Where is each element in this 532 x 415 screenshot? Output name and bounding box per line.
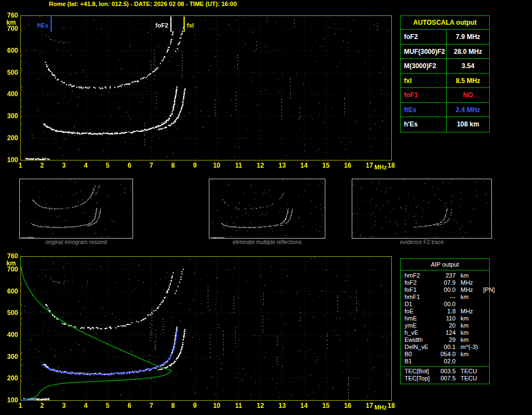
parameter-label: D1 [401, 301, 436, 308]
parameter-label: M(3000)F2 [401, 59, 447, 73]
parameter-unit: km [456, 336, 469, 344]
aip-row-yme: ymE20km [401, 322, 489, 329]
autoscala-row-muf3000f2: MUF(3000)F2 28.0 MHz [401, 45, 489, 59]
parameter-label: foF1 [401, 88, 447, 102]
autoscala-row-ftes: ftEs 2.4 MHz [401, 103, 489, 118]
parameter-label: foF2 [401, 279, 436, 286]
aip-row-fof2: foF207.9MHz [401, 279, 489, 286]
thumbnail-original-ionogram [19, 179, 133, 239]
parameter-label: fxl [401, 74, 447, 88]
parameter-unit: TECU [456, 368, 477, 375]
aip-row-tecbot: TEC[Bot]003.5TECU [401, 368, 489, 375]
top-ionogram-canvas [0, 8, 398, 178]
aip-row-tectop: TEC[Top]007.5TECU [401, 375, 489, 382]
parameter-value: 02.0 [436, 358, 456, 365]
thumbnail-evidence-f2 [352, 179, 492, 239]
aip-row-hme: hmE110km [401, 315, 489, 322]
thumbnail-caption: eliminate multiple reflections [209, 239, 325, 245]
parameter-value: 237 [436, 272, 456, 279]
parameter-unit [456, 301, 461, 308]
parameter-label: h'Es [401, 117, 447, 132]
parameter-label: B0 [401, 351, 436, 358]
parameter-value: 003.5 [436, 368, 456, 375]
parameter-unit: km [456, 294, 469, 301]
parameter-label: foF2 [401, 30, 447, 44]
parameter-unit: km [456, 329, 469, 336]
parameter-label: ymE [401, 322, 436, 329]
parameter-unit: km [456, 351, 469, 358]
parameter-label: TEC[Top] [401, 375, 436, 382]
parameter-value: --- [436, 294, 456, 301]
autoscala-row-fof1: foF1 NO [401, 88, 489, 103]
autoscala-output-panel: AUTOSCALA output foF2 7.9 MHz MUF(3000)F… [400, 15, 490, 132]
autoscala-row-hes: h'Es 108 km [401, 117, 489, 132]
parameter-value: 054.0 [436, 351, 456, 358]
parameter-label: MUF(3000)F2 [401, 45, 447, 59]
parameter-label: DelN_vE [401, 344, 436, 351]
parameter-label: hmE [401, 315, 436, 322]
autoscala-row-fxl: fxl 8.5 MHz [401, 74, 489, 88]
aip-row-d1: D100.0 [401, 301, 489, 308]
bottom-ionogram-canvas [0, 250, 398, 415]
parameter-unit: MHz [PN] [456, 286, 495, 294]
parameter-value: 00.1 [436, 344, 456, 351]
parameter-value: 007.5 [436, 375, 456, 382]
aip-output-panel: AIP output hmF2237km foF207.9MHz foF100.… [400, 258, 490, 384]
aip-row-ewidth: Ewidth29km [401, 336, 489, 344]
parameter-unit: km [456, 272, 469, 279]
parameter-label: foE [401, 308, 436, 315]
thumbnail-caption: original ionogram resized [19, 239, 133, 245]
parameter-unit [456, 358, 461, 365]
aip-row-hve: h_vE124km [401, 329, 489, 336]
parameter-value: 29 [436, 336, 456, 344]
aip-row-b0: B0054.0km [401, 351, 489, 358]
aip-row-hmf2: hmF2237km [401, 272, 489, 279]
parameter-unit: km [456, 322, 469, 329]
parameter-unit: MHz [456, 279, 473, 286]
parameter-label: h_vE [401, 329, 436, 336]
parameter-value: 124 [436, 329, 456, 336]
autoscala-window: Rome (lat: +41.8, lon: 012.5) - DATE: 20… [0, 0, 532, 415]
parameter-value: 20 [436, 322, 456, 329]
autoscala-row-fof2: foF2 7.9 MHz [401, 30, 489, 45]
parameter-value: 7.9 MHz [447, 30, 489, 44]
parameter-value: 00.0 [436, 301, 456, 308]
thumbnail-caption: evidence F2 trace [352, 239, 492, 245]
aip-row-b1: B102.0 [401, 358, 489, 365]
parameter-label: ftEs [401, 103, 447, 117]
parameter-unit: MHz [456, 308, 473, 315]
parameter-value: 108 km [447, 117, 489, 132]
parameter-value: NO [447, 88, 489, 102]
aip-row-hmf1: hmF1---km [401, 294, 489, 301]
aip-output-header: AIP output [401, 259, 489, 270]
aip-row-fof1: foF100.0MHz [PN] [401, 286, 489, 294]
aip-divider [401, 366, 489, 367]
aip-row-delnve: DelN_vE00.1m^(-3) [401, 344, 489, 351]
autoscala-output-header: AUTOSCALA output [401, 16, 489, 30]
station-date-title: Rome (lat: +41.8, lon: 012.5) - DATE: 20… [49, 1, 237, 7]
thumbnail-eliminate-reflections [209, 179, 325, 239]
parameter-label: Ewidth [401, 336, 436, 344]
parameter-value: 2.4 MHz [447, 103, 489, 117]
autoscala-row-m3000f2: M(3000)F2 3.54 [401, 59, 489, 74]
parameter-label: foF1 [401, 286, 436, 294]
parameter-label: hmF2 [401, 272, 436, 279]
parameter-value: 28.0 MHz [447, 45, 489, 59]
parameter-label: TEC[Bot] [401, 368, 436, 375]
aip-row-foe: foE1.8MHz [401, 308, 489, 315]
parameter-unit: m^(-3) [456, 344, 478, 351]
parameter-label: B1 [401, 358, 436, 365]
parameter-label: hmF1 [401, 294, 436, 301]
parameter-value: 3.54 [447, 59, 489, 73]
parameter-value: 110 [436, 315, 456, 322]
parameter-unit: km [456, 315, 469, 322]
parameter-value: 00.0 [436, 286, 456, 294]
parameter-value: 8.5 MHz [447, 74, 489, 88]
parameter-value: 1.8 [436, 308, 456, 315]
parameter-value: 07.9 [436, 279, 456, 286]
parameter-unit: TECU [456, 375, 477, 382]
